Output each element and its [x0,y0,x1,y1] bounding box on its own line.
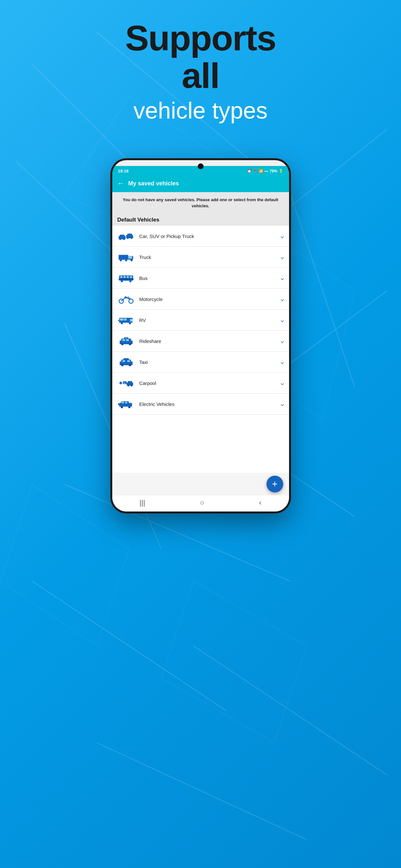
phone-mockup: 19:16 ⏰ 📍 📶 ▪▪▪ 79% 🔋 ← My saved vehicle… [110,158,291,514]
svg-point-48 [129,322,131,324]
svg-rect-69 [128,381,132,383]
svg-point-24 [131,238,132,239]
svg-line-11 [290,194,355,388]
svg-point-41 [125,297,127,299]
svg-text:2+: 2+ [124,382,126,384]
vehicle-item-motorcycle[interactable]: Motorcycle ⌵ [112,289,289,310]
vehicle-item-truck[interactable]: Truck ⌵ [112,247,289,268]
svg-line-7 [32,581,226,710]
chevron-motorcycle: ⌵ [281,296,284,302]
camera-notch [198,163,204,169]
vehicle-name-truck: Truck [139,254,276,260]
svg-point-28 [120,259,122,261]
vehicle-name-taxi: Taxi [139,360,276,365]
svg-rect-61 [127,361,130,362]
svg-marker-16 [161,581,306,743]
chevron-taxi: ⌵ [281,359,284,365]
vehicle-item-carpool[interactable]: 2+ Carpool ⌵ [112,373,289,394]
rideshare-icon: TAXI [118,335,135,347]
svg-rect-27 [128,256,132,259]
vehicle-name-electric: Electric Vehicles [139,401,276,407]
svg-point-70 [127,385,129,386]
header-subtitle: vehicle types [0,97,401,124]
svg-rect-46 [124,318,127,321]
svg-rect-76 [118,404,120,405]
svg-point-36 [121,280,123,283]
svg-point-20 [123,239,125,240]
header-line1: Supports [0,20,401,57]
vehicle-item-car[interactable]: Car, SUV or Pickup Truck ⌵ [112,226,289,247]
add-vehicle-fab[interactable]: + [266,476,283,492]
chevron-bus: ⌵ [281,275,284,281]
vehicle-name-motorcycle: Motorcycle [139,297,276,302]
svg-point-37 [129,280,132,283]
svg-point-47 [121,322,123,324]
location-icon: 📍 [253,169,258,173]
vehicle-item-bus[interactable]: Bus ⌵ [112,268,289,289]
vehicle-item-electric[interactable]: ⚡ Electric Vehicles ⌵ [112,394,289,414]
chevron-rideshare: ⌵ [281,338,284,344]
vehicle-name-bus: Bus [139,275,276,281]
chevron-truck: ⌵ [281,254,284,260]
carpool-icon: 2+ [118,377,135,389]
chevron-car: ⌵ [281,233,284,239]
svg-point-30 [130,259,133,261]
header-line2: all [0,57,401,94]
svg-rect-35 [130,276,132,278]
svg-point-64 [129,364,131,367]
app-title: My saved vehicles [128,180,179,187]
nav-home[interactable]: ○ [200,499,204,507]
motorcycle-icon [118,293,135,305]
vehicle-item-taxi[interactable]: Taxi ⌵ [112,352,289,373]
back-button[interactable]: ← [118,179,125,188]
wifi-icon: 📶 [259,169,263,173]
truck-icon [118,251,135,263]
vehicle-name-carpool: Carpool [139,380,276,386]
svg-rect-34 [127,276,129,278]
nav-recents[interactable]: ||| [140,499,145,507]
chevron-rv: ⌵ [281,317,284,323]
svg-line-9 [97,743,306,840]
vehicle-list: Car, SUV or Pickup Truck ⌵ [112,226,289,473]
svg-point-56 [121,343,124,345]
svg-point-29 [125,259,127,261]
notice-text: You do not have any saved vehicles. Plea… [123,197,278,208]
battery-icon: 🔋 [279,169,283,173]
svg-rect-60 [122,361,125,362]
svg-marker-15 [0,485,129,646]
vehicle-item-rv[interactable]: RV ⌵ [112,310,289,331]
content-area: You do not have any saved vehicles. Plea… [112,192,289,495]
svg-rect-22 [127,234,132,236]
app-header: ← My saved vehicles [112,175,289,192]
section-header: Default Vehicles [112,213,289,226]
vehicle-item-rideshare[interactable]: TAXI Rideshare ⌵ [112,331,289,352]
electric-icon: ⚡ [118,398,135,410]
svg-rect-33 [123,276,126,278]
svg-rect-52 [122,339,125,341]
svg-point-79 [128,406,130,408]
svg-point-40 [129,299,133,303]
svg-point-63 [121,364,124,367]
section-title: Default Vehicles [118,217,159,223]
vehicle-name-rv: RV [139,317,276,323]
car-icon [118,230,135,242]
svg-rect-32 [120,276,122,278]
nav-back[interactable]: ‹ [259,499,261,507]
svg-point-57 [129,343,131,345]
battery-status: 79% [269,169,277,174]
svg-text:TAXI: TAXI [125,338,127,339]
svg-rect-18 [120,235,125,237]
fab-area: + [112,473,289,495]
svg-point-19 [120,239,121,240]
vehicle-name-car: Car, SUV or Pickup Truck [139,234,276,239]
notice-banner: You do not have any saved vehicles. Plea… [112,192,289,213]
svg-point-71 [131,385,132,386]
svg-rect-62 [123,359,129,361]
vehicle-name-rideshare: Rideshare [139,338,276,344]
svg-rect-75 [125,402,127,404]
svg-text:⚡: ⚡ [120,400,123,403]
svg-rect-25 [119,255,128,260]
chevron-carpool: ⌵ [281,380,284,386]
taxi-icon [118,356,135,368]
chevron-electric: ⌵ [281,401,284,407]
